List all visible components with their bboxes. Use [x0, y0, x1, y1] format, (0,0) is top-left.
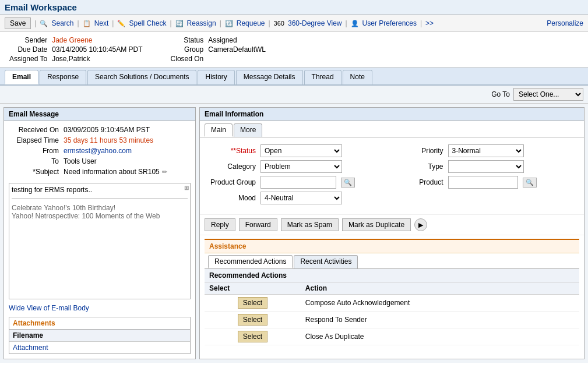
rec-actions-title: Recommended Actions [205, 269, 579, 282]
sub-tab-main[interactable]: Main [205, 123, 233, 137]
category-row: Category Problem [209, 160, 388, 173]
priority-select[interactable]: 3-Normal [448, 144, 524, 157]
tab-history[interactable]: History [198, 70, 234, 84]
select-cell: Select [205, 295, 301, 312]
email-meta: Received On 03/09/2005 9:10:45AM PST Ela… [4, 121, 195, 181]
product-group-row: Product Group 🔍 [209, 176, 388, 189]
filename-col-header: Filename [9, 330, 190, 342]
main-content: Email Message Received On 03/09/2005 9:1… [0, 104, 588, 363]
status-row: **Status Open [209, 144, 388, 157]
assistance-tabs: Recommended Actions Recent Activities [205, 253, 579, 269]
spell-check-link[interactable]: Spell Check [129, 19, 166, 27]
edit-subject-icon[interactable]: ✏ [162, 168, 167, 176]
product-group-input[interactable] [260, 176, 336, 189]
table-row: Select Close As Duplicate [205, 328, 579, 345]
tab-email[interactable]: Email [5, 70, 38, 84]
tab-search-solutions[interactable]: Search Solutions / Documents [87, 70, 196, 84]
user-prefs-link[interactable]: User Preferences [362, 19, 417, 27]
sep1: | [33, 19, 37, 27]
sep2: | [76, 19, 80, 27]
header-info: Sender Jade Greene Due Date 03/14/2005 1… [0, 32, 588, 68]
priority-row: Priority 3-Normal [397, 144, 575, 157]
select-action-button[interactable]: Select [238, 331, 267, 342]
subject-value: Need information about SR105 ✏ [61, 167, 191, 177]
personalize-link[interactable]: Personalize [547, 19, 583, 27]
category-label: Category [209, 162, 256, 171]
tab-thread[interactable]: Thread [304, 70, 341, 84]
type-label: Type [397, 162, 443, 171]
more-link[interactable]: >> [425, 19, 434, 27]
status-label: Status [168, 36, 206, 45]
assistance-title: Assistance [205, 240, 579, 253]
right-col: Priority 3-Normal Type Product [392, 142, 580, 210]
search-icon: 🔍 [40, 20, 48, 27]
tab-message-details[interactable]: Message Details [236, 70, 303, 84]
action-cell: Close As Duplicate [301, 328, 579, 345]
promo-line1: Celebrate Yahoo!'s 10th Birthday! [12, 204, 188, 212]
reply-button[interactable]: Reply [205, 218, 235, 231]
assigned-to-value: Jose,Patrick [50, 54, 145, 63]
product-group-search-button[interactable]: 🔍 [341, 178, 355, 188]
due-date-label: Due Date [7, 45, 50, 54]
forward-button[interactable]: Forward [239, 218, 277, 231]
goto-select[interactable]: Select One... [513, 88, 583, 101]
form-section: **Status Open Category Problem Product [200, 137, 584, 214]
requeue-link[interactable]: Requeue [237, 19, 265, 27]
promo-line2: Yahoo! Netrospective: 100 Moments of the… [12, 212, 188, 220]
mark-spam-button[interactable]: Mark as Spam [281, 218, 339, 231]
email-info-title: Email Information [200, 108, 584, 121]
received-on-value: 03/09/2005 9:10:45AM PST [61, 125, 191, 135]
status-select[interactable]: Open [260, 144, 342, 157]
attachments-table: Filename Attachment [9, 330, 190, 353]
status-value: Assigned [206, 36, 268, 45]
closed-on-label: Closed On [168, 54, 206, 63]
header-right: Status Assigned Group CameraDefaultWL Cl… [168, 36, 268, 63]
product-group-label: Product Group [209, 178, 256, 186]
from-value[interactable]: ermstest@yahoo.com [61, 146, 191, 156]
email-message-title: Email Message [4, 108, 195, 121]
search-link[interactable]: Search [51, 19, 73, 27]
email-body-area: ⊞ testing for ERMS reports.. Celebrate Y… [9, 183, 191, 299]
sub-tab-more[interactable]: More [234, 123, 262, 137]
more-circle-button[interactable]: ▶ [414, 218, 427, 231]
assigned-to-label: Assigned To [7, 54, 50, 63]
goto-label: Go To [491, 90, 510, 98]
group-label: Group [168, 45, 206, 54]
spellcheck-icon: ✏️ [117, 20, 125, 27]
view360-icon: 360 [274, 20, 284, 27]
body-separator [12, 199, 188, 199]
received-on-label: Received On [9, 125, 61, 135]
left-panel: Email Message Received On 03/09/2005 9:1… [3, 107, 196, 359]
attachment-value[interactable]: Attachment [9, 342, 190, 354]
select-action-button[interactable]: Select [238, 297, 267, 309]
type-select[interactable] [448, 160, 524, 173]
select-action-button[interactable]: Select [238, 314, 267, 326]
product-search-button[interactable]: 🔍 [523, 178, 537, 188]
mood-label: Mood [209, 194, 256, 202]
sep5: | [219, 19, 223, 27]
tab-response[interactable]: Response [40, 70, 86, 84]
view360-link[interactable]: 360-Degree View [288, 19, 342, 27]
expand-icon[interactable]: ⊞ [184, 185, 189, 191]
product-input[interactable] [448, 176, 518, 189]
next-link[interactable]: Next [94, 19, 109, 27]
sep4: | [168, 19, 172, 27]
mark-dup-button[interactable]: Mark as Duplicate [342, 218, 411, 231]
group-value: CameraDefaultWL [206, 45, 268, 54]
from-label: From [9, 146, 61, 156]
save-button[interactable]: Save [5, 17, 31, 29]
select-cell: Select [205, 328, 301, 345]
wide-view-link[interactable]: Wide View of E-mail Body [4, 302, 195, 314]
sub-tabs: Main More [200, 121, 584, 137]
reassign-link[interactable]: Reassign [187, 19, 216, 27]
requeue-icon: 🔃 [225, 20, 233, 27]
mood-select[interactable]: 4-Neutral [260, 192, 342, 204]
tab-note[interactable]: Note [343, 70, 372, 84]
assist-tab-recommended[interactable]: Recommended Actions [208, 255, 293, 268]
title-bar: Email Workspace [0, 0, 588, 15]
category-select[interactable]: Problem [260, 160, 342, 173]
mood-row: Mood 4-Neutral [209, 192, 388, 204]
action-cell: Compose Auto Acknowledgement [301, 295, 579, 312]
attachments-title: Attachments [9, 317, 190, 330]
assist-tab-recent[interactable]: Recent Activities [294, 255, 358, 268]
